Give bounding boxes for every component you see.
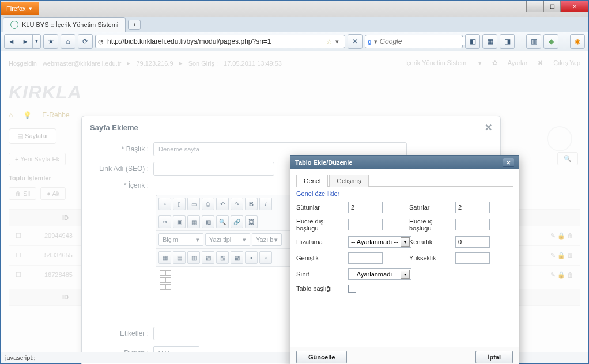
rte-bold-icon[interactable]: B xyxy=(245,198,258,210)
welcome-user: webmaster@kirklareli.edu.tr xyxy=(43,60,122,67)
search-box[interactable]: g ▾ 🔍 xyxy=(365,35,463,48)
update-button[interactable]: Güncelle xyxy=(296,351,347,363)
col-id[interactable]: ID xyxy=(62,214,69,221)
rte-link-icon[interactable]: 🔗 xyxy=(231,215,243,228)
menu-settings[interactable]: Ayarlar xyxy=(508,59,528,67)
toolbar-ext-3[interactable]: ◨ xyxy=(500,34,515,49)
bulb-icon[interactable]: 💡 xyxy=(23,111,32,119)
height-input[interactable] xyxy=(455,252,490,264)
rte-redo-icon[interactable]: ↷ xyxy=(231,198,243,210)
dialog-close-button[interactable]: ✕ xyxy=(503,158,514,167)
border-input[interactable] xyxy=(455,236,490,248)
new-page-button[interactable]: + Yeni Sayfa Ek xyxy=(9,153,66,165)
rte-col-after-icon[interactable]: ▩ xyxy=(231,251,243,264)
table-dialog: Tablo Ekle/Düzenle ✕ Genel Gelişmiş Gene… xyxy=(290,155,519,364)
last-login-value: 17.05.2011 13:49:53 xyxy=(224,60,282,67)
rte-delete-col-icon[interactable]: ▪ xyxy=(245,251,258,264)
cellpadding-input[interactable] xyxy=(455,219,490,230)
chevron-down-icon: ▼ xyxy=(28,6,33,12)
rte-col-before-icon[interactable]: ▨ xyxy=(216,251,229,264)
search-engine-chevron-icon[interactable]: ▾ xyxy=(374,38,377,45)
firefox-menu-button[interactable]: Firefox ▼ xyxy=(1,2,39,15)
tab-general[interactable]: Genel xyxy=(296,175,328,187)
align-select[interactable]: -- Ayarlanmadı --▾ xyxy=(348,236,411,248)
toolbar-ext-2[interactable]: ▦ xyxy=(482,34,497,49)
star-bookmark-icon[interactable]: ☆ xyxy=(326,38,333,45)
dropdown-chevron-icon[interactable]: ▾ xyxy=(335,38,342,45)
rte-newdoc-icon[interactable]: ▫ xyxy=(158,198,171,210)
toolbar-ext-4[interactable]: ▥ xyxy=(526,34,541,49)
title-label: * Başlık : xyxy=(90,145,153,153)
class-select[interactable]: -- Ayarlanmadı --▾ xyxy=(348,268,411,280)
toolbar-ext-5[interactable]: ◆ xyxy=(543,34,558,49)
toolbar-ext-6[interactable]: ◉ xyxy=(570,34,585,49)
dialog-footer: Güncelle İptal xyxy=(290,347,519,364)
menu-logout[interactable]: Çıkış Yap xyxy=(553,59,580,67)
modal-title: Sayfa Ekleme xyxy=(90,123,138,132)
rte-undo-icon[interactable]: ↶ xyxy=(216,198,229,210)
rte-table-icon[interactable]: ▦ xyxy=(158,251,171,264)
modal-close-button[interactable]: ✕ xyxy=(485,122,492,133)
rte-save-icon[interactable]: ▭ xyxy=(187,198,200,210)
back-button[interactable]: ◄ xyxy=(5,35,18,48)
maximize-button[interactable]: ☐ xyxy=(543,1,561,12)
toolbar-ext-1[interactable]: ◧ xyxy=(465,34,480,49)
cols-input[interactable] xyxy=(348,202,383,213)
rte-italic-icon[interactable]: I xyxy=(259,198,272,210)
rte-row-before-icon[interactable]: ▤ xyxy=(173,251,186,264)
home-button[interactable]: ⌂ xyxy=(61,34,75,49)
browser-tab[interactable]: KLU BYS :: İçerik Yönetim Sistemi xyxy=(3,17,126,32)
rte-row-after-icon[interactable]: ▥ xyxy=(187,251,200,264)
url-bar[interactable]: ◔ ☆ ▾ xyxy=(95,35,345,48)
rte-open-icon[interactable]: ▯ xyxy=(173,198,186,210)
history-dropdown-button[interactable]: ▼ xyxy=(32,35,40,48)
tab-advanced[interactable]: Gelişmiş xyxy=(329,175,368,187)
nav-erehber[interactable]: E-Rehbe xyxy=(42,111,69,119)
rte-delete-row-icon[interactable]: ▧ xyxy=(202,251,214,264)
home-icon[interactable]: ⌂ xyxy=(9,111,13,119)
caption-label: Tablo başlığı xyxy=(296,285,342,292)
height-label: Yükseklik xyxy=(409,255,450,261)
rte-image-icon[interactable]: 🖼 xyxy=(245,215,258,228)
rte-find-icon[interactable]: 🔍 xyxy=(216,215,229,228)
rte-print-icon[interactable]: ⎙ xyxy=(202,198,214,210)
titlebar: Firefox ▼ — ☐ ✕ xyxy=(1,1,588,17)
minimize-button[interactable]: — xyxy=(526,1,543,12)
cancel-button[interactable]: İptal xyxy=(475,351,513,363)
menu-cms[interactable]: İçerik Yönetim Sistemi xyxy=(405,59,468,67)
bulk-active-button[interactable]: ● Ak xyxy=(40,187,66,200)
bulk-delete-button[interactable]: 🗑 Sil xyxy=(9,187,36,200)
rows-input[interactable] xyxy=(455,202,490,213)
browser-tabstrip: KLU BYS :: İçerik Yönetim Sistemi + xyxy=(1,17,588,32)
url-input[interactable] xyxy=(107,37,324,46)
title-input[interactable] xyxy=(153,142,407,156)
welcome-label: Hoşgeldin xyxy=(9,60,37,67)
forward-button[interactable]: ► xyxy=(18,35,32,48)
dialog-tabs: Genel Gelişmiş xyxy=(296,174,513,187)
new-tab-button[interactable]: + xyxy=(128,20,141,30)
caption-checkbox[interactable] xyxy=(348,285,356,293)
dialog-titlebar[interactable]: Tablo Ekle/Düzenle ✕ xyxy=(290,156,519,169)
rte-copy-icon[interactable]: ▣ xyxy=(173,215,186,228)
cellspacing-input[interactable] xyxy=(348,219,383,230)
search-input[interactable] xyxy=(380,37,467,46)
last-login-label: Son Giriş : xyxy=(188,60,218,67)
rte-font-select[interactable]: Yazı tipi▾ xyxy=(205,233,250,246)
rte-cut-icon[interactable]: ✂ xyxy=(158,215,171,228)
rte-merge-icon[interactable]: ▫ xyxy=(259,251,272,264)
close-window-button[interactable]: ✕ xyxy=(561,1,588,12)
stop-button[interactable]: ✕ xyxy=(348,34,363,49)
rte-paste-icon[interactable]: ▦ xyxy=(187,215,200,228)
site-identity-icon[interactable]: ◔ xyxy=(98,38,105,45)
width-input[interactable] xyxy=(348,252,383,264)
chevron-down-icon: ▾ xyxy=(478,59,482,67)
rte-format-select[interactable]: Biçim▾ xyxy=(158,233,203,246)
tab-pages[interactable]: ▤ Sayfalar xyxy=(9,128,56,144)
bookmark-button[interactable]: ★ xyxy=(43,34,58,49)
search-button[interactable]: 🔍 xyxy=(557,152,578,165)
back-forward-group: ◄ ► ▼ xyxy=(4,34,41,49)
reload-button[interactable]: ⟳ xyxy=(78,34,93,49)
rte-size-select[interactable]: Yazı b▾ xyxy=(252,233,282,246)
rte-paste-word-icon[interactable]: ▩ xyxy=(202,215,214,228)
seo-input[interactable] xyxy=(153,162,274,176)
